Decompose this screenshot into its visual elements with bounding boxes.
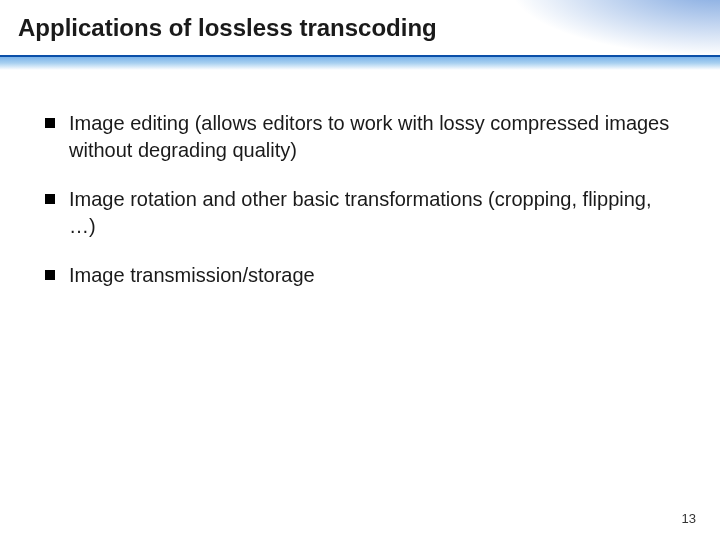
bullet-item: Image transmission/storage xyxy=(45,262,675,289)
header-bar: Applications of lossless transcoding xyxy=(0,0,720,70)
page-number: 13 xyxy=(682,511,696,526)
bullet-item: Image rotation and other basic transform… xyxy=(45,186,675,240)
slide-title: Applications of lossless transcoding xyxy=(18,14,437,42)
bullet-text: Image editing (allows editors to work wi… xyxy=(69,110,675,164)
slide-content: Image editing (allows editors to work wi… xyxy=(0,70,720,289)
bullet-text: Image rotation and other basic transform… xyxy=(69,186,675,240)
square-bullet-icon xyxy=(45,194,55,204)
square-bullet-icon xyxy=(45,270,55,280)
bullet-item: Image editing (allows editors to work wi… xyxy=(45,110,675,164)
bullet-text: Image transmission/storage xyxy=(69,262,315,289)
square-bullet-icon xyxy=(45,118,55,128)
header-overlay: Applications of lossless transcoding xyxy=(0,0,720,55)
title-underline xyxy=(0,55,720,57)
